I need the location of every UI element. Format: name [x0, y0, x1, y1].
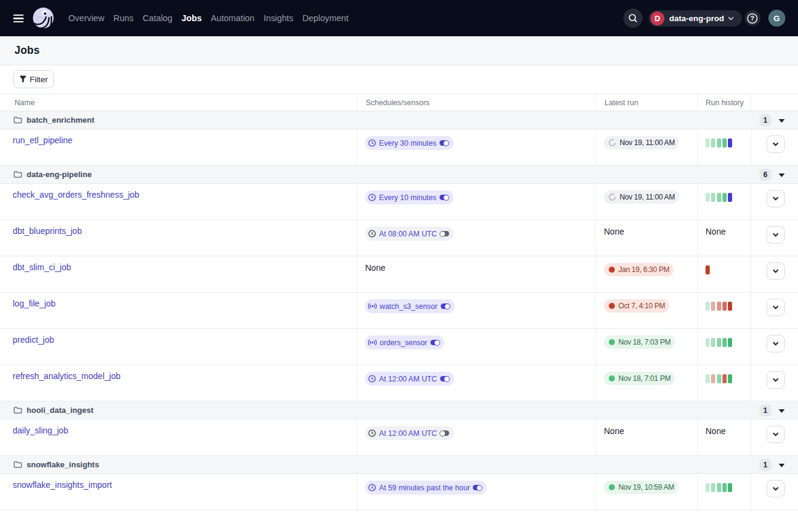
- svg-text:?: ?: [751, 15, 754, 22]
